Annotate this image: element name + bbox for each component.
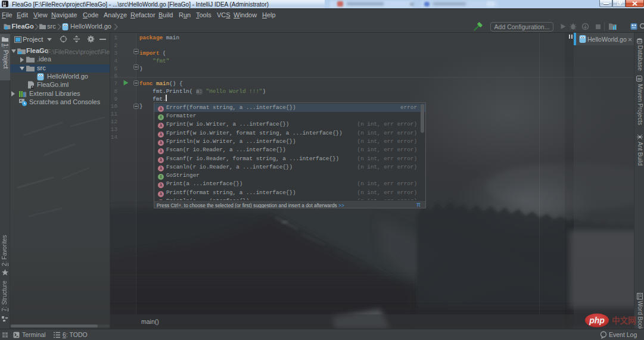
svg-text:中文网: 中文网 — [612, 316, 636, 325]
svg-text:php: php — [589, 316, 605, 325]
